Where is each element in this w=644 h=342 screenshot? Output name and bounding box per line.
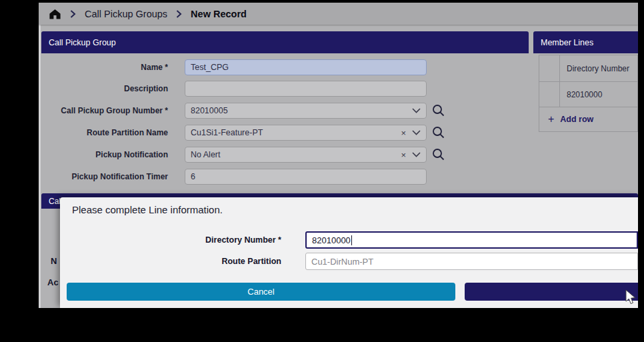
line-information-dialog: Please complete Line information. Direct… — [60, 197, 638, 308]
plus-icon: + — [548, 114, 554, 125]
route-partition-name-select[interactable]: Cu1Si1-Feature-PT × — [185, 125, 427, 141]
description-label: Description — [44, 81, 168, 97]
call-pickup-group-number-value: 82010005 — [191, 106, 406, 115]
directory-number-input[interactable]: 82010000 — [305, 231, 638, 249]
breadcrumb: Call Pickup Groups New Record — [39, 3, 638, 25]
chevron-down-icon[interactable] — [412, 108, 421, 113]
table-header-row: Directory Number — [539, 55, 637, 82]
background-label-fragment: N — [51, 256, 57, 266]
pickup-notification-timer-label: Pickup Notification Timer — [44, 169, 168, 185]
chevron-right-icon — [176, 10, 182, 18]
chevron-down-icon[interactable] — [412, 130, 421, 135]
cancel-button[interactable]: Cancel — [67, 283, 455, 301]
row-select-cell[interactable] — [539, 82, 560, 107]
directory-number-column-header: Directory Number — [560, 55, 637, 81]
directory-number-label: Directory Number * — [127, 231, 281, 249]
panel-title: Call Pickup Group — [49, 38, 116, 47]
call-pickup-group-number-label: Call Pickup Group Number * — [44, 103, 168, 119]
search-icon[interactable] — [431, 125, 447, 141]
text-caret — [351, 235, 353, 245]
pickup-notification-timer-value: 6 — [191, 172, 421, 181]
member-lines-table: Directory Number 82010000 + Add row — [539, 55, 638, 132]
directory-number-cell: 82010000 — [560, 82, 637, 107]
call-pickup-group-panel-header: Call Pickup Group — [41, 31, 529, 53]
description-input[interactable] — [185, 81, 427, 97]
pickup-notification-timer-input[interactable]: 6 — [185, 169, 427, 185]
route-partition-label: Route Partition — [127, 253, 281, 270]
route-partition-input[interactable]: Cu1-DirNum-PT — [305, 253, 638, 270]
route-partition-name-value: Cu1Si1-Feature-PT — [191, 128, 395, 137]
table-row[interactable]: 82010000 — [539, 82, 637, 107]
name-label: Name * — [44, 59, 168, 75]
pickup-notification-label: Pickup Notification — [44, 147, 168, 163]
name-input[interactable]: Test_CPG — [185, 59, 427, 75]
route-partition-name-label: Route Partition Name — [44, 125, 168, 141]
breadcrumb-item-new-record: New Record — [191, 9, 247, 19]
name-value: Test_CPG — [191, 63, 421, 72]
member-lines-panel-header: Member Lines — [533, 31, 638, 53]
route-partition-value: Cu1-DirNum-PT — [311, 257, 373, 267]
clear-icon[interactable]: × — [401, 151, 406, 159]
home-icon[interactable] — [49, 8, 61, 20]
chevron-down-icon[interactable] — [412, 152, 421, 157]
clear-icon[interactable]: × — [401, 129, 406, 137]
search-icon[interactable] — [431, 103, 447, 119]
select-column-header[interactable] — [539, 55, 560, 81]
directory-number-value: 82010000 — [312, 235, 351, 245]
background-label-fragment: Ac — [47, 277, 59, 287]
primary-action-button[interactable] — [465, 283, 638, 301]
call-pickup-group-number-select[interactable]: 82010005 — [185, 103, 427, 119]
screen: Call Pickup Groups New Record Call Picku… — [0, 0, 644, 342]
chevron-right-icon — [70, 10, 76, 18]
background-panel-title-fragment: Cal — [49, 197, 61, 206]
pickup-notification-select[interactable]: No Alert × — [185, 147, 427, 163]
mouse-cursor-icon — [625, 289, 637, 308]
breadcrumb-item-call-pickup-groups[interactable]: Call Pickup Groups — [85, 9, 167, 19]
dialog-message: Please complete Line information. — [72, 204, 223, 215]
panel-title: Member Lines — [541, 38, 593, 47]
search-icon[interactable] — [431, 147, 447, 163]
pickup-notification-value: No Alert — [191, 150, 395, 159]
add-row-label: Add row — [560, 115, 593, 124]
add-row-button[interactable]: + Add row — [539, 107, 637, 131]
